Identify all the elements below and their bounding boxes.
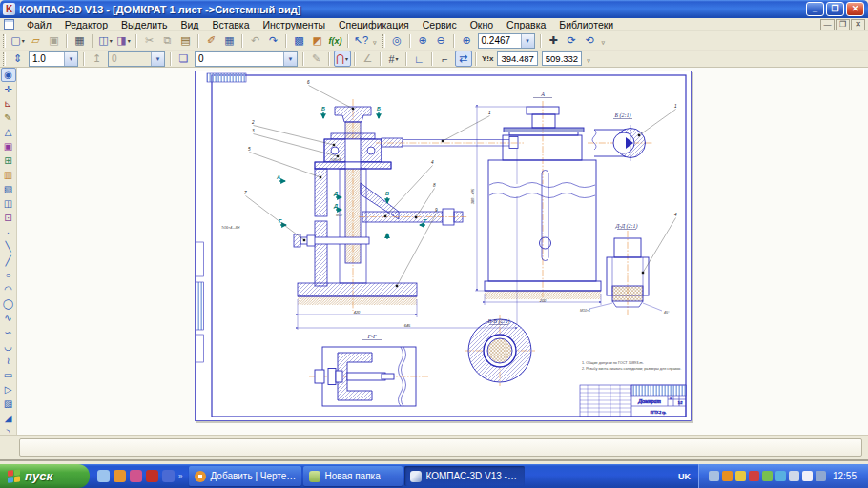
menu-item-Редактор[interactable]: Редактор — [58, 18, 114, 31]
measure-button[interactable]: ⊞ — [1, 153, 16, 168]
mdi-close-button[interactable]: ✕ — [851, 19, 865, 30]
ellipse-button[interactable]: ◯ — [1, 296, 16, 311]
mdi-restore-button[interactable]: ❐ — [836, 19, 850, 30]
pen-icon[interactable] — [789, 471, 799, 481]
insert-button[interactable]: ⊡ — [1, 211, 16, 225]
pan-button[interactable]: ✚ — [545, 32, 562, 49]
chevron-down-icon[interactable]: ▼ — [64, 52, 77, 66]
grid-button[interactable]: #▾ — [385, 51, 403, 67]
copy-button[interactable]: ⧉ — [159, 32, 176, 49]
mdi-minimize-button[interactable]: — — [820, 19, 835, 30]
save-button[interactable]: ▣ — [46, 32, 63, 49]
preview-button[interactable]: ◫▾ — [97, 32, 114, 49]
network-icon[interactable] — [816, 471, 826, 481]
browser-icon[interactable] — [162, 470, 175, 482]
close-button[interactable]: ✕ — [846, 2, 864, 16]
hatch-button[interactable]: ▨ — [1, 396, 16, 411]
document-icon[interactable] — [4, 19, 14, 30]
roundoff-button[interactable]: ⇄ — [455, 51, 472, 67]
scale-value-combo[interactable]: 1.0▼ — [29, 51, 78, 67]
menu-item-Справка[interactable]: Справка — [500, 18, 552, 31]
zoom-value-combo[interactable]: 0.2467▼ — [478, 33, 535, 49]
chamfer-button[interactable]: ◢ — [1, 411, 16, 425]
chevron-down-icon[interactable]: ▼ — [151, 52, 164, 66]
refresh-button[interactable]: ⟲ — [581, 32, 598, 49]
restore-button[interactable]: ❐ — [826, 2, 844, 16]
current-scale-button[interactable]: ⇕ — [10, 51, 27, 67]
calculator-button[interactable]: ▩ — [291, 32, 308, 49]
cut-button[interactable]: ✂ — [141, 32, 158, 49]
chevron-down-icon[interactable]: ▼ — [521, 34, 534, 48]
window-icon[interactable] — [802, 471, 813, 481]
toolbar-overflow-chevron[interactable]: ▿ — [602, 39, 606, 49]
copy-format-button[interactable]: ✐ — [203, 32, 220, 49]
polygon-button[interactable]: ▷ — [1, 382, 16, 396]
menu-item-Библиотеки[interactable]: Библиотеки — [552, 18, 620, 31]
designations-button[interactable]: ⊾ — [1, 96, 16, 111]
local-cs-button[interactable]: ∟ — [411, 51, 428, 67]
task-button-kompas[interactable]: КОМПАС-3D V13 - [Д... — [404, 466, 525, 486]
toolbar-grip[interactable] — [382, 34, 385, 48]
current-layer-button[interactable]: ❏ — [176, 51, 193, 67]
spec-button[interactable]: ▧ — [1, 182, 16, 196]
toolbar-overflow-chevron[interactable]: ▿ — [373, 39, 377, 49]
editing-button[interactable]: △ — [1, 125, 16, 139]
fx-button[interactable]: f(x) — [327, 32, 344, 49]
chrome-icon[interactable] — [114, 470, 126, 482]
context-help-button[interactable]: ↖? — [353, 32, 370, 49]
media-app-icon[interactable] — [130, 470, 142, 482]
menu-item-Сервис[interactable]: Сервис — [416, 18, 464, 31]
angle-snap-button[interactable]: ∠ — [360, 51, 377, 67]
chevron-down-icon[interactable]: ▾ — [345, 55, 348, 62]
drawing-sheet[interactable]: Домкрат 1:2 1 ПГТУ-2 гр. ББВВГГДДА 61235… — [195, 71, 692, 421]
notes-icon[interactable] — [735, 471, 746, 481]
doc-icon[interactable] — [762, 471, 773, 481]
redo-button[interactable]: ↷ — [265, 32, 282, 49]
menu-item-Спецификация[interactable]: Спецификация — [332, 18, 416, 31]
step-value-combo[interactable]: 0▼ — [108, 51, 165, 67]
rebuild-button[interactable]: ⟳ — [563, 32, 580, 49]
geometry-button[interactable]: ◉ — [1, 68, 16, 82]
chevron-down-icon[interactable]: ▼ — [283, 52, 297, 66]
drawing-canvas[interactable]: Домкрат 1:2 1 ПГТУ-2 гр. ББВВГГДДА 61235… — [17, 68, 868, 435]
snaps-button[interactable]: ⋂▾ — [334, 51, 351, 67]
quick-change-button[interactable]: ✎ — [308, 51, 325, 67]
spec-window-button[interactable]: ▦ — [221, 32, 238, 49]
paste-button[interactable]: ▤ — [177, 32, 195, 49]
chevron-down-icon[interactable]: ▾ — [128, 37, 131, 44]
polyline-button[interactable]: ≀ — [1, 354, 16, 368]
point-button[interactable]: ∙ — [1, 225, 16, 239]
quick-launch-more[interactable]: » — [178, 472, 182, 480]
skype-icon[interactable] — [775, 471, 786, 481]
dimensions-button[interactable]: ✛ — [1, 82, 16, 96]
new-button[interactable]: ▢▾ — [10, 32, 27, 49]
zoom-out-button[interactable]: ⊖ — [432, 32, 449, 49]
mail-icon[interactable] — [146, 470, 158, 482]
menu-item-Инструменты[interactable]: Инструменты — [257, 18, 332, 31]
open-button[interactable]: ▱ — [28, 32, 45, 49]
task-button-browser[interactable]: Добавить | Чертеж... — [189, 466, 301, 486]
menu-item-Файл[interactable]: Файл — [20, 18, 58, 31]
coord-x-field[interactable]: 394.487 — [497, 51, 537, 66]
menu-item-Окно[interactable]: Окно — [464, 18, 500, 31]
print-button[interactable]: ▦ — [72, 32, 89, 49]
chevron-down-icon[interactable]: ▾ — [22, 37, 25, 44]
toolbar-grip[interactable] — [3, 34, 6, 48]
zoom-current-button[interactable]: ⊕ — [458, 32, 475, 49]
zoom-in-button[interactable]: ⊕ — [414, 32, 431, 49]
task-button-folder[interactable]: Новая папка — [303, 466, 403, 486]
menu-item-Выделить[interactable]: Выделить — [114, 18, 174, 31]
spline-button[interactable]: ∿ — [1, 311, 16, 325]
reports-button[interactable]: ◫ — [1, 196, 16, 211]
coord-y-field[interactable]: 509.332 — [542, 51, 582, 66]
volume-icon[interactable] — [709, 471, 719, 481]
curve-button[interactable]: ∽ — [1, 325, 16, 339]
ortho-button[interactable]: ⌐ — [437, 51, 454, 67]
toolbar-overflow-chevron[interactable]: ▿ — [587, 57, 590, 67]
helper-line-button[interactable]: ╲ — [1, 239, 16, 254]
current-step-button[interactable]: ↥ — [89, 51, 106, 67]
minimize-button[interactable]: _ — [806, 2, 824, 16]
antivirus-icon[interactable] — [749, 471, 759, 481]
language-indicator[interactable]: UK — [671, 472, 698, 481]
menu-item-Вид[interactable]: Вид — [174, 18, 205, 31]
